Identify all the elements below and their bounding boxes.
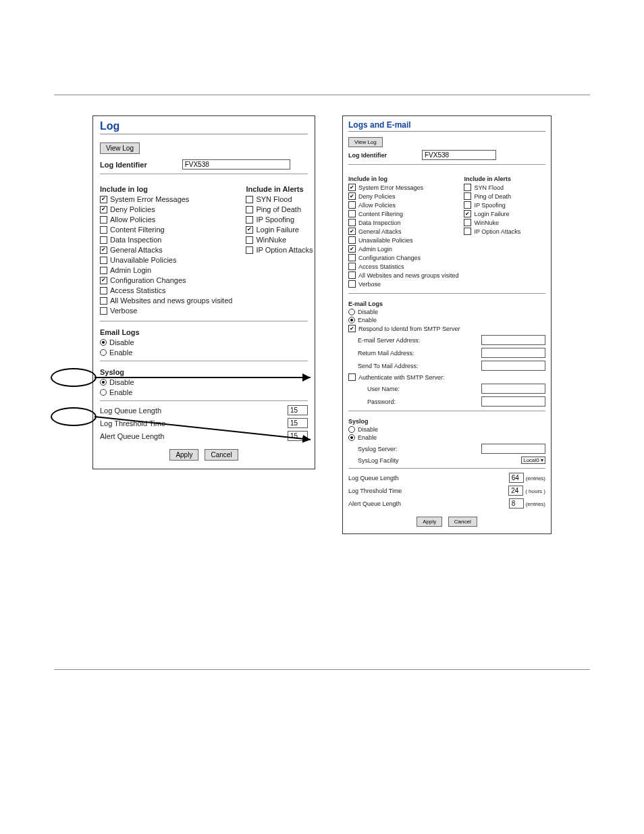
checkbox-label: Login Failure (256, 226, 299, 234)
enable-label: Enable (109, 388, 132, 396)
return-mail-label: Return Mail Address: (358, 350, 414, 357)
annotation-circle-syslog-enable (51, 407, 97, 426)
checkbox-label: Data Inspection (358, 219, 401, 226)
log-queue-length-input[interactable] (288, 405, 308, 415)
checkbox-row: WinNuke (464, 219, 545, 226)
checkbox[interactable] (348, 192, 356, 200)
checkbox-row: WinNuke (246, 236, 313, 244)
checkbox[interactable] (348, 219, 356, 226)
checkbox[interactable] (464, 184, 471, 191)
checkbox[interactable] (100, 206, 107, 213)
checkbox[interactable] (100, 246, 107, 254)
send-to-mail-input[interactable] (481, 361, 545, 371)
checkbox[interactable] (100, 196, 107, 203)
include-alerts-header: Include in Alerts (464, 176, 545, 182)
email-enable-radio[interactable] (348, 317, 355, 323)
checkbox[interactable] (348, 263, 356, 270)
checkbox-row: Admin Login (348, 245, 458, 253)
syslog-server-input[interactable] (481, 444, 545, 454)
divider (348, 411, 545, 411)
apply-button[interactable]: Apply (169, 449, 198, 461)
checkbox[interactable] (100, 257, 107, 264)
disable-label: Disable (358, 309, 378, 315)
syslog-enable-radio[interactable] (100, 389, 107, 396)
checkbox[interactable] (348, 245, 356, 253)
log-threshold-time-label: Log Threshold Time (348, 488, 402, 494)
alert-queue-length-input[interactable] (288, 431, 308, 441)
log-panel-left: Log View Log Log Identifier Include in l… (92, 115, 315, 469)
checkbox-label: Admin Login (358, 246, 392, 253)
checkbox[interactable] (246, 196, 253, 203)
disable-label: Disable (109, 338, 134, 346)
enable-label: Enable (358, 434, 377, 441)
respond-identd-checkbox[interactable] (348, 325, 356, 332)
checkbox[interactable] (348, 228, 356, 235)
log-threshold-time-input[interactable] (508, 486, 523, 496)
syslog-facility-select[interactable]: Local0 ▾ (521, 457, 545, 464)
syslog-header: Syslog (348, 418, 545, 425)
view-log-button[interactable]: View Log (348, 137, 383, 147)
checkbox[interactable] (348, 236, 356, 244)
checkbox[interactable] (464, 201, 471, 209)
syslog-disable-radio[interactable] (100, 379, 107, 386)
email-disable-radio[interactable] (348, 309, 355, 315)
checkbox[interactable] (100, 216, 107, 224)
checkbox-row: Configuration Changes (100, 276, 232, 284)
checkbox-row: SYN Flood (464, 184, 545, 191)
view-log-button[interactable]: View Log (100, 142, 140, 154)
checkbox[interactable] (464, 210, 471, 217)
checkbox[interactable] (100, 236, 107, 244)
checkbox-row: IP Option Attacks (464, 228, 545, 235)
checkbox[interactable] (348, 254, 356, 261)
checkbox-label: Unavailable Policies (358, 237, 413, 244)
checkbox[interactable] (348, 201, 356, 209)
email-enable-radio[interactable] (100, 349, 107, 356)
checkbox[interactable] (100, 287, 107, 294)
hours-suffix: ( hours ) (525, 488, 545, 494)
cancel-button[interactable]: Cancel (448, 517, 477, 527)
log-threshold-time-input[interactable] (288, 418, 308, 428)
checkbox[interactable] (100, 307, 107, 315)
return-mail-input[interactable] (481, 348, 545, 358)
checkbox[interactable] (348, 280, 356, 288)
divider (100, 400, 308, 401)
checkbox[interactable] (348, 271, 356, 279)
checkbox[interactable] (100, 277, 107, 284)
checkbox[interactable] (348, 210, 356, 217)
syslog-enable-radio[interactable] (348, 434, 355, 441)
email-server-input[interactable] (481, 335, 545, 345)
checkbox[interactable] (246, 226, 253, 234)
checkbox[interactable] (348, 184, 356, 191)
checkbox-row: Login Failure (246, 226, 313, 234)
checkbox-label: Unavailable Policies (110, 256, 176, 264)
cancel-button[interactable]: Cancel (205, 449, 238, 461)
checkbox-row: IP Spoofing (464, 201, 545, 209)
alert-queue-length-input[interactable] (509, 498, 524, 509)
checkbox-label: Allow Policies (358, 202, 396, 209)
syslog-disable-radio[interactable] (348, 426, 355, 433)
log-queue-length-input[interactable] (509, 473, 524, 483)
checkbox[interactable] (246, 246, 253, 254)
checkbox-row: Data Inspection (348, 219, 458, 226)
checkbox[interactable] (100, 297, 107, 305)
checkbox[interactable] (100, 226, 107, 234)
auth-smtp-checkbox[interactable] (348, 373, 356, 381)
apply-button[interactable]: Apply (417, 517, 442, 527)
checkbox[interactable] (464, 219, 471, 226)
checkbox[interactable] (246, 206, 253, 213)
checkbox[interactable] (246, 236, 253, 244)
checkbox[interactable] (246, 216, 253, 224)
checkbox-row: Deny Policies (100, 205, 232, 213)
checkbox[interactable] (100, 267, 107, 274)
checkbox[interactable] (464, 192, 471, 200)
checkbox-label: Data Inspection (110, 236, 161, 244)
log-identifier-input[interactable] (182, 159, 290, 170)
include-alerts-header: Include in Alerts (246, 185, 313, 193)
password-input[interactable] (481, 396, 545, 407)
email-disable-radio[interactable] (100, 339, 107, 346)
respond-identd-label: Respond to Identd from SMTP Server (358, 325, 460, 332)
checkbox[interactable] (464, 228, 471, 235)
log-identifier-input[interactable] (422, 150, 496, 160)
checkbox-row: Access Statistics (100, 286, 232, 294)
user-name-input[interactable] (481, 384, 545, 394)
